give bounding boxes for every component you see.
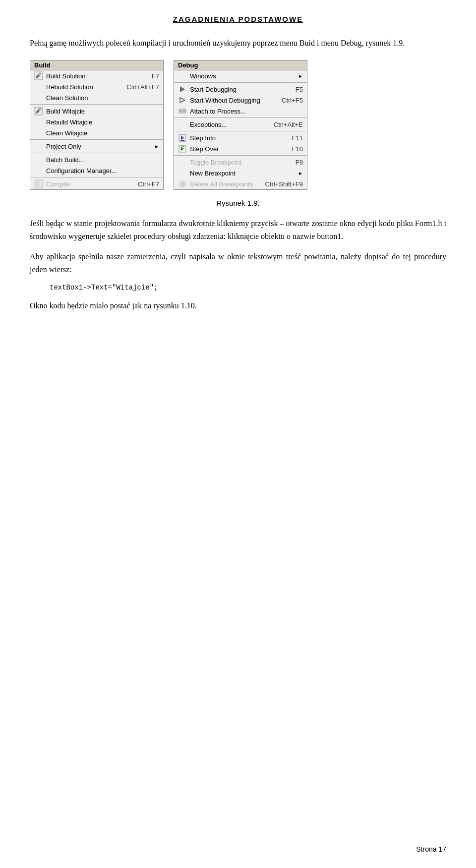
compile-icon: C	[33, 179, 44, 188]
no-icon-cm	[33, 166, 44, 175]
svg-marker-8	[180, 98, 185, 103]
rebuild-solution-label: Rebuild Solution	[44, 83, 117, 91]
menu-item-configuration-manager[interactable]: Configuration Manager...	[30, 165, 163, 176]
menu-item-rebuild-solution[interactable]: Rebuild Solution Ctrl+Alt+F7	[30, 81, 163, 92]
menu-item-start-without-debugging[interactable]: Start Without Debugging Ctrl+F5	[174, 95, 307, 106]
new-breakpoint-label: New Breakpoint	[188, 170, 295, 177]
project-only-arrow: ►	[154, 144, 159, 149]
delete-all-breakpoints-label: Delete All Breakpoints	[188, 180, 255, 188]
play-icon	[177, 85, 188, 94]
rebuild-solution-shortcut: Ctrl+Alt+F7	[126, 83, 159, 91]
menu-item-exceptions[interactable]: Exceptions... Ctrl+Alt+E	[174, 119, 307, 130]
windows-arrow: ►	[298, 73, 303, 79]
svg-rect-2	[39, 73, 41, 74]
svg-rect-10	[180, 110, 182, 112]
debug-menu: Debug Windows ► Start Debugging F5	[174, 60, 307, 190]
exceptions-label: Exceptions...	[188, 121, 264, 128]
svg-rect-14	[180, 140, 184, 141]
delete-bp-icon	[177, 179, 188, 188]
build-separator-1	[30, 104, 163, 105]
project-only-label: Project Only	[44, 143, 151, 150]
step-into-label: Step Into	[188, 134, 282, 142]
menu-item-step-into[interactable]: Step Into F11	[174, 132, 307, 143]
menu-item-batch-build[interactable]: Batch Build...	[30, 154, 163, 165]
build-separator-2	[30, 139, 163, 140]
exceptions-shortcut: Ctrl+Alt+E	[274, 121, 303, 128]
no-icon-win	[177, 71, 188, 80]
debug-separator-4	[174, 155, 307, 156]
start-debugging-label: Start Debugging	[188, 86, 286, 93]
clean-solution-label: Clean Solution	[44, 94, 159, 102]
menu-item-compile[interactable]: C Compile Ctrl+F7	[30, 178, 163, 189]
figure-caption: Rysunek 1.9.	[30, 199, 446, 207]
menu-item-start-debugging[interactable]: Start Debugging F5	[174, 84, 307, 95]
page-title: Zagadnienia Podstawowe	[30, 15, 446, 23]
step-into-shortcut: F11	[292, 134, 303, 142]
build-menu-title[interactable]: Build	[30, 60, 163, 70]
attach-icon	[177, 107, 188, 116]
no-icon-tb	[177, 158, 188, 167]
step-over-shortcut: F10	[292, 145, 303, 153]
page-header: Zagadnienia Podstawowe	[30, 15, 446, 23]
no-icon-bb	[33, 155, 44, 164]
no-icon-rw	[33, 117, 44, 126]
play-outline-icon	[177, 96, 188, 105]
page-container: Zagadnienia Podstawowe Pełną gamę możliw…	[0, 0, 476, 868]
body-paragraph-1: Jeśli będąc w stanie projektowania formu…	[30, 217, 446, 242]
step-over-label: Step Over	[188, 145, 282, 153]
build-solution-shortcut: F7	[152, 72, 159, 80]
code-line: textBox1->Text="Witajcie";	[50, 284, 446, 291]
step-into-icon	[177, 133, 188, 142]
new-breakpoint-arrow: ►	[298, 171, 303, 176]
delete-all-breakpoints-shortcut: Ctrl+Shift+F9	[265, 180, 303, 188]
compile-shortcut: Ctrl+F7	[138, 180, 159, 188]
menu-item-build-witajcie[interactable]: Build Witajcie	[30, 106, 163, 116]
menu-item-new-breakpoint[interactable]: New Breakpoint ►	[174, 168, 307, 178]
menu-item-windows[interactable]: Windows ►	[174, 70, 307, 81]
debug-separator-3	[174, 131, 307, 131]
build-witajcie-label: Build Witajcie	[44, 108, 159, 115]
compile-label: Compile	[44, 180, 128, 188]
menu-item-clean-solution[interactable]: Clean Solution	[30, 92, 163, 103]
body-paragraph-3: Okno kodu będzie miało postać jak na rys…	[30, 299, 446, 312]
debug-separator-1	[174, 82, 307, 83]
build-separator-4	[30, 177, 163, 177]
hammer2-icon	[33, 107, 44, 116]
step-over-icon	[177, 144, 188, 153]
no-icon-exc	[177, 120, 188, 129]
menu-item-attach-to-process[interactable]: Attach to Process...	[174, 106, 307, 116]
no-icon-cw	[33, 128, 44, 137]
no-icon	[33, 82, 44, 91]
menu-item-project-only[interactable]: Project Only ►	[30, 141, 163, 152]
debug-menu-title[interactable]: Debug	[174, 60, 307, 70]
build-solution-label: Build Solution	[44, 72, 142, 80]
no-icon-nb	[177, 169, 188, 177]
svg-text:C: C	[36, 181, 39, 187]
menu-item-clean-witajcie[interactable]: Clean Witajcie	[30, 127, 163, 138]
page-number: Strona 17	[416, 845, 446, 853]
start-debugging-shortcut: F5	[296, 86, 303, 93]
menus-container: Build Build Solution F7 Rebuild Solution…	[30, 60, 446, 190]
svg-rect-11	[183, 110, 185, 112]
no-icon-po	[33, 142, 44, 151]
menu-item-rebuild-witajcie[interactable]: Rebuild Witajcie	[30, 116, 163, 127]
debug-separator-2	[174, 117, 307, 118]
menu-item-build-solution[interactable]: Build Solution F7	[30, 70, 163, 81]
build-separator-3	[30, 153, 163, 153]
no-icon-clean	[33, 93, 44, 102]
toggle-breakpoint-shortcut: F9	[296, 159, 303, 166]
windows-label: Windows	[188, 72, 295, 80]
menu-item-toggle-breakpoint[interactable]: Toggle Breakpoint F9	[174, 157, 307, 168]
start-without-debugging-label: Start Without Debugging	[188, 97, 272, 104]
svg-rect-5	[39, 108, 41, 110]
batch-build-label: Batch Build...	[44, 156, 159, 164]
configuration-manager-label: Configuration Manager...	[44, 167, 159, 174]
rebuild-witajcie-label: Rebuild Witajcie	[44, 118, 159, 126]
hammer-icon	[33, 71, 44, 80]
intro-paragraph: Pełną gamę możliwych poleceń kompilacji …	[30, 37, 446, 49]
attach-to-process-label: Attach to Process...	[188, 108, 303, 115]
menu-item-delete-all-breakpoints[interactable]: Delete All Breakpoints Ctrl+Shift+F9	[174, 178, 307, 189]
build-menu: Build Build Solution F7 Rebuild Solution…	[30, 60, 164, 190]
menu-item-step-over[interactable]: Step Over F10	[174, 143, 307, 154]
toggle-breakpoint-label: Toggle Breakpoint	[188, 159, 286, 166]
